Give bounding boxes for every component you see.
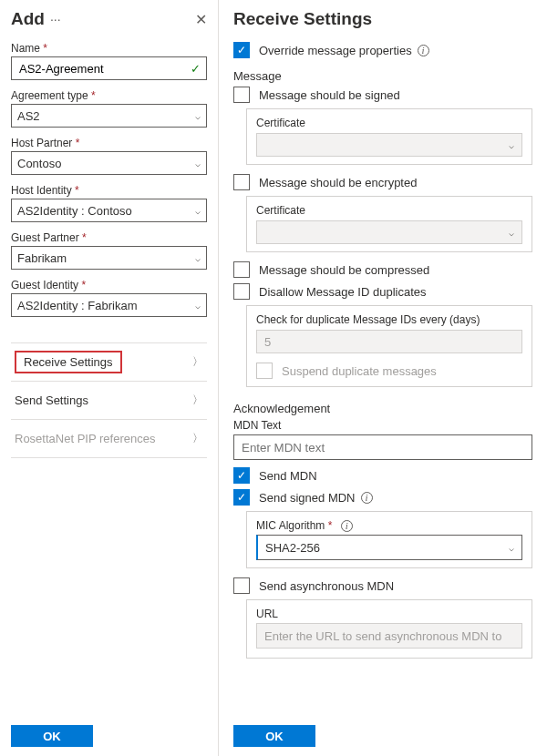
check-dup-value: 5 bbox=[256, 330, 522, 353]
check-dup-label: Check for duplicate Message IDs every (d… bbox=[256, 313, 522, 326]
send-mdn-label: Send MDN bbox=[259, 469, 317, 483]
url-input: Enter the URL to send asynchronous MDN t… bbox=[256, 623, 522, 649]
certificate-label: Certificate bbox=[256, 117, 522, 129]
mic-box: MIC Algorithm * i SHA2-256⌵ bbox=[246, 511, 532, 568]
receive-settings-highlight: Receive Settings bbox=[15, 351, 122, 373]
encrypted-checkbox[interactable] bbox=[233, 174, 250, 190]
chevron-down-icon: ⌵ bbox=[195, 158, 201, 169]
url-box: URL Enter the URL to send asynchronous M… bbox=[246, 599, 532, 659]
ok-button-right[interactable]: OK bbox=[233, 725, 315, 747]
panel-title: Receive Settings bbox=[233, 9, 372, 29]
mdn-text-input[interactable] bbox=[233, 434, 532, 460]
add-panel: Add ··· ✕ Name * ✓ Agreement type * AS2⌵… bbox=[0, 0, 219, 756]
compressed-label: Message should be compressed bbox=[259, 263, 429, 277]
nav-receive-settings[interactable]: Receive Settings 〉 bbox=[11, 343, 207, 382]
signed-cert-box: Certificate ⌵ bbox=[246, 108, 532, 165]
chevron-right-icon: 〉 bbox=[192, 393, 203, 408]
mic-select[interactable]: SHA2-256⌵ bbox=[256, 535, 522, 560]
guest-identity-select[interactable]: AS2Identity : Fabrikam⌵ bbox=[11, 293, 207, 317]
signed-checkbox[interactable] bbox=[233, 87, 250, 103]
ok-button-left[interactable]: OK bbox=[11, 725, 93, 747]
encrypted-cert-box: Certificate ⌵ bbox=[246, 196, 532, 252]
close-icon[interactable]: ✕ bbox=[195, 11, 207, 28]
mdn-text-label: MDN Text bbox=[233, 419, 532, 432]
host-identity-select[interactable]: AS2Identity : Contoso⌵ bbox=[11, 199, 207, 222]
guest-partner-select[interactable]: Fabrikam⌵ bbox=[11, 246, 207, 270]
mic-label: MIC Algorithm * i bbox=[256, 519, 522, 532]
send-signed-mdn-checkbox[interactable] bbox=[233, 489, 250, 506]
info-icon[interactable]: i bbox=[341, 520, 353, 532]
dup-box: Check for duplicate Message IDs every (d… bbox=[246, 305, 532, 387]
chevron-down-icon: ⌵ bbox=[509, 543, 514, 553]
info-icon[interactable]: i bbox=[418, 45, 429, 56]
send-async-label: Send asynchronous MDN bbox=[259, 579, 394, 593]
nav-rosettanet[interactable]: RosettaNet PIP references 〉 bbox=[11, 420, 207, 458]
more-icon[interactable]: ··· bbox=[50, 12, 61, 26]
disallow-dup-checkbox[interactable] bbox=[233, 283, 250, 300]
chevron-down-icon: ⌵ bbox=[195, 301, 201, 311]
panel-title: Add bbox=[11, 9, 45, 29]
message-section-label: Message bbox=[233, 69, 532, 83]
chevron-down-icon: ⌵ bbox=[195, 206, 201, 216]
disallow-dup-label: Disallow Message ID duplicates bbox=[259, 285, 427, 299]
info-icon[interactable]: i bbox=[361, 492, 373, 504]
send-async-checkbox[interactable] bbox=[233, 577, 250, 594]
chevron-down-icon: ⌵ bbox=[195, 111, 201, 121]
chevron-right-icon: 〉 bbox=[192, 431, 203, 446]
nav-send-settings[interactable]: Send Settings 〉 bbox=[11, 382, 207, 420]
chevron-down-icon: ⌵ bbox=[509, 228, 514, 238]
certificate-label: Certificate bbox=[256, 204, 522, 217]
signed-label: Message should be signed bbox=[259, 88, 400, 102]
suspend-checkbox bbox=[256, 363, 273, 379]
send-mdn-checkbox[interactable] bbox=[233, 467, 250, 484]
override-label: Override message properties bbox=[259, 44, 412, 57]
agreement-type-select[interactable]: AS2⌵ bbox=[11, 104, 207, 128]
chevron-down-icon: ⌵ bbox=[509, 140, 514, 150]
name-input[interactable]: ✓ bbox=[11, 56, 207, 80]
encrypted-label: Message should be encrypted bbox=[259, 176, 417, 189]
suspend-label: Suspend duplicate messages bbox=[282, 364, 437, 378]
agreement-type-label: Agreement type * bbox=[11, 89, 207, 102]
url-label: URL bbox=[256, 608, 522, 620]
name-label: Name * bbox=[11, 42, 207, 55]
guest-identity-label: Guest Identity * bbox=[11, 279, 207, 291]
compressed-checkbox[interactable] bbox=[233, 261, 250, 278]
signed-cert-select: ⌵ bbox=[256, 133, 522, 157]
send-signed-mdn-label: Send signed MDN bbox=[259, 491, 356, 505]
host-identity-label: Host Identity * bbox=[11, 184, 207, 197]
ack-section-label: Acknowledgement bbox=[233, 402, 532, 415]
override-checkbox[interactable] bbox=[233, 42, 250, 58]
host-partner-select[interactable]: Contoso⌵ bbox=[11, 151, 207, 175]
receive-settings-panel: Receive Settings Override message proper… bbox=[219, 0, 547, 756]
settings-nav: Receive Settings 〉 Send Settings 〉 Roset… bbox=[11, 342, 207, 458]
guest-partner-label: Guest Partner * bbox=[11, 231, 207, 244]
chevron-right-icon: 〉 bbox=[192, 354, 203, 370]
encrypted-cert-select: ⌵ bbox=[256, 220, 522, 244]
valid-icon: ✓ bbox=[191, 62, 201, 76]
chevron-down-icon: ⌵ bbox=[195, 253, 201, 263]
host-partner-label: Host Partner * bbox=[11, 137, 207, 149]
